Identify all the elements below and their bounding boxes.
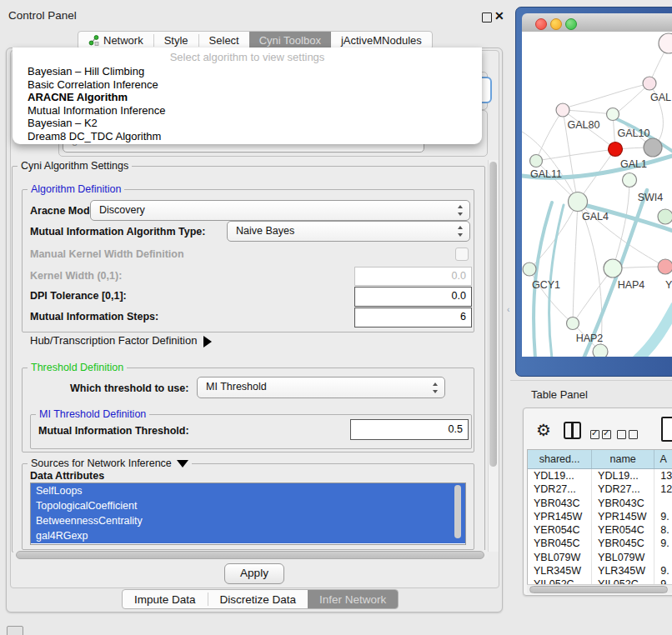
- algorithm-dropdown: Select algorithm to view settings Bayesi…: [13, 48, 482, 144]
- algorithm-option[interactable]: Basic Correlation Inference: [15, 78, 479, 92]
- table-header-row: shared... name A: [528, 450, 672, 469]
- float-panel-icon[interactable]: [482, 12, 492, 22]
- mi-threshold-label: Mutual Information Threshold:: [38, 425, 189, 437]
- table-row[interactable]: YER054CYER054C8.: [528, 523, 672, 537]
- data-attributes-list: SelfLoops TopologicalCoefficient Between…: [30, 482, 466, 545]
- columns-icon[interactable]: [564, 422, 581, 439]
- tab-style[interactable]: Style: [154, 32, 198, 49]
- tab-infer-network[interactable]: Infer Network: [308, 590, 398, 608]
- sources-group-title: Sources for Network Inference: [28, 458, 192, 469]
- aracne-mode-combobox[interactable]: Discovery: [90, 200, 470, 221]
- table-row[interactable]: YBR043CYBR043C: [528, 497, 672, 510]
- close-window-icon[interactable]: [535, 18, 547, 30]
- node-gal4[interactable]: [569, 192, 588, 212]
- node-gal11[interactable]: [530, 155, 543, 168]
- mi-threshold-group-title: MI Threshold Definition: [36, 408, 149, 420]
- tab-select[interactable]: Select: [199, 32, 249, 49]
- node-hap4[interactable]: [604, 259, 622, 278]
- algorithm-option-selected[interactable]: ARACNE Algorithm: [15, 91, 479, 104]
- spinner-arrows-icon: [457, 225, 464, 238]
- mi-threshold-field[interactable]: 0.5: [350, 419, 469, 440]
- gear-icon[interactable]: ⚙: [536, 420, 551, 440]
- which-threshold-combobox[interactable]: MI Threshold: [197, 377, 445, 398]
- aracne-mode-value: Discovery: [99, 201, 145, 220]
- node-gal80[interactable]: [556, 103, 569, 117]
- apply-button[interactable]: Apply: [224, 563, 284, 584]
- attribute-item[interactable]: gal4RGexp: [31, 528, 465, 543]
- table-horizontal-scrollbar-thumb[interactable]: [529, 586, 668, 593]
- node-right-cut[interactable]: [658, 209, 672, 224]
- dpi-tolerance-field[interactable]: 0.0: [354, 287, 472, 307]
- zoom-window-icon[interactable]: [565, 18, 577, 30]
- attributes-list-scrollbar[interactable]: [454, 485, 461, 538]
- node-swi4[interactable]: [623, 173, 637, 188]
- algorithm-option[interactable]: Mutual Information Inference: [15, 104, 479, 118]
- node-hap2[interactable]: [567, 318, 579, 330]
- node-label: GAL80: [568, 119, 600, 131]
- threshold-definition-title: Threshold Definition: [28, 362, 127, 373]
- settings-horizontal-scrollbar-thumb[interactable]: [16, 551, 484, 559]
- node-top-cut[interactable]: [659, 33, 672, 53]
- node-label: GAL1: [620, 158, 647, 170]
- column-header[interactable]: shared...: [528, 450, 592, 468]
- table-row[interactable]: YDR27...YDR27...12: [528, 482, 672, 496]
- node-gal1-red[interactable]: [609, 142, 623, 157]
- attribute-item[interactable]: BetweennessCentrality: [31, 513, 465, 528]
- table-row[interactable]: YLR345WYLR345W9.: [528, 564, 672, 578]
- node-label: Y: [665, 279, 672, 291]
- tab-impute-data[interactable]: Impute Data: [123, 590, 208, 608]
- node-label: SWI4: [638, 192, 664, 203]
- network-window-titlebar[interactable]: [522, 13, 672, 32]
- manual-kernel-checkbox[interactable]: [455, 248, 469, 261]
- export-table-icon[interactable]: [661, 417, 672, 442]
- settings-vertical-scrollbar-thumb[interactable]: [489, 162, 497, 467]
- column-header[interactable]: A: [654, 450, 672, 468]
- node-pink-y[interactable]: [658, 259, 672, 274]
- spinner-arrows-icon: [457, 204, 464, 217]
- dpi-tolerance-label: DPI Tolerance [0,1]:: [30, 290, 127, 302]
- attribute-item[interactable]: SelfLoops: [31, 483, 465, 498]
- node-bottom-cut[interactable]: [593, 344, 608, 357]
- node-label: GAL: [650, 92, 671, 103]
- tab-jactivemnodules[interactable]: jActiveMNodules: [331, 32, 432, 49]
- tab-discretize-data[interactable]: Discretize Data: [208, 590, 308, 608]
- column-header[interactable]: name: [592, 450, 654, 468]
- tab-cyni-toolbox[interactable]: Cyni Toolbox: [249, 32, 331, 49]
- bottom-tabbar: Impute Data Discretize Data Infer Networ…: [122, 589, 399, 609]
- tab-style-label: Style: [164, 34, 188, 47]
- data-attributes-label: Data Attributes: [30, 470, 104, 482]
- table-row[interactable]: YPR145WYPR145W9.: [528, 510, 672, 523]
- close-panel-icon[interactable]: ✕: [494, 9, 504, 22]
- node-gcy1[interactable]: [523, 262, 536, 276]
- network-graph: GAL GAL80 GAL10 GAL1 GAL11 SWI4 GAL4 GCY…: [522, 32, 672, 357]
- algorithm-option[interactable]: Dream8 DC_TDC Algorithm: [15, 130, 479, 143]
- node-table[interactable]: shared... name A YDL19...YDL19...13 YDR2…: [527, 449, 672, 585]
- unselect-all-columns-icon[interactable]: [617, 428, 638, 442]
- tab-select-label: Select: [209, 34, 239, 47]
- hub-definition-toggle[interactable]: Hub/Transcription Factor Definition: [30, 334, 212, 348]
- kernel-width-field[interactable]: 0.0: [354, 267, 472, 286]
- minimized-panel-button[interactable]: [7, 626, 23, 635]
- minimize-window-icon[interactable]: [550, 18, 562, 30]
- attribute-item[interactable]: TopologicalCoefficient: [31, 498, 465, 513]
- cyni-algorithm-settings-title: Cyni Algorithm Settings: [18, 160, 132, 172]
- table-row[interactable]: YBR045CYBR045C9.: [528, 537, 672, 550]
- select-all-columns-icon[interactable]: [590, 428, 611, 442]
- tab-network-label: Network: [103, 34, 143, 47]
- node-gal-pink[interactable]: [643, 77, 656, 90]
- node-gal10[interactable]: [607, 108, 619, 121]
- mi-type-label: Mutual Information Algorithm Type:: [30, 226, 205, 238]
- manual-kernel-label: Manual Kernel Width Definition: [30, 248, 184, 260]
- control-panel-title: Control Panel: [8, 9, 77, 22]
- node-gray[interactable]: [644, 138, 662, 157]
- mi-type-combobox[interactable]: Naive Bayes: [227, 221, 470, 242]
- tab-network[interactable]: Network: [78, 32, 153, 49]
- algorithm-definition-title: Algorithm Definition: [28, 183, 124, 195]
- table-row[interactable]: YBL079WYBL079W: [528, 551, 672, 564]
- algorithm-option[interactable]: Bayesian – Hill Climbing: [15, 65, 479, 78]
- network-canvas[interactable]: GAL GAL80 GAL10 GAL1 GAL11 SWI4 GAL4 GCY…: [522, 32, 672, 357]
- algorithm-option[interactable]: Bayesian – K2: [15, 117, 479, 130]
- splitter-arrow-icon[interactable]: ‹: [507, 305, 509, 314]
- mi-steps-field[interactable]: 6: [354, 308, 472, 328]
- table-row[interactable]: YDL19...YDL19...13: [528, 469, 672, 482]
